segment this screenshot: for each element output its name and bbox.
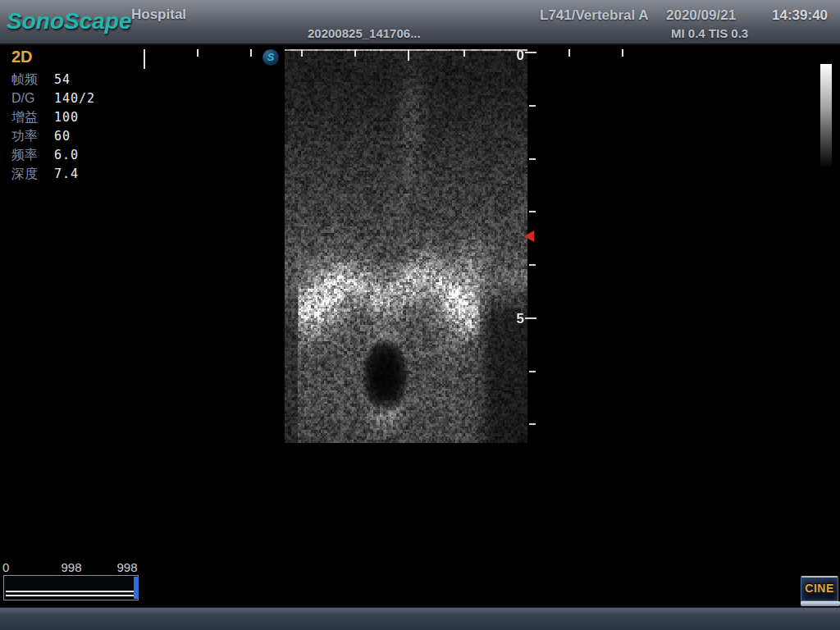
- param-row-frequency: 频率6.0: [11, 145, 95, 164]
- width-ruler-tick: [301, 49, 303, 57]
- cine-button[interactable]: CINE: [801, 576, 840, 606]
- depth-ruler-five-label: 5: [511, 311, 524, 327]
- param-label: D/G: [11, 89, 54, 107]
- width-ruler-tick: [354, 49, 356, 57]
- file-name-label: 20200825_141706...: [308, 26, 421, 40]
- param-row-framerate: 帧频54: [11, 70, 95, 89]
- header-bar: SonoScape Hospital L741/Vertebral A 2020…: [0, 0, 840, 45]
- param-label: 深度: [11, 164, 54, 183]
- brand-logo: SonoScape: [7, 8, 131, 34]
- depth-ruler-tick: [529, 158, 536, 160]
- param-label: 帧频: [11, 70, 54, 89]
- width-ruler-tick: [568, 49, 570, 57]
- cine-track-line: [6, 591, 135, 592]
- focus-marker-icon[interactable]: [524, 231, 534, 242]
- cine-current-frame: 998: [53, 560, 89, 574]
- depth-ruler-tick: [529, 264, 536, 266]
- param-value: 60: [54, 129, 71, 144]
- cine-button-label: CINE: [801, 576, 838, 601]
- width-ruler-tick: [250, 49, 252, 57]
- sonoscape-s-badge-icon: S: [262, 49, 279, 66]
- depth-ruler-tick: [529, 423, 536, 425]
- width-ruler-tick: [408, 49, 409, 61]
- mode-label-2d: 2D: [11, 48, 33, 66]
- taskbar: Ψ ×: [0, 607, 840, 630]
- param-label: 功率: [11, 126, 54, 145]
- ultrasound-image[interactable]: [285, 49, 527, 443]
- time-label: 14:39:40: [772, 7, 828, 24]
- param-row-dg: D/G140/2: [11, 89, 95, 107]
- param-row-depth: 深度7.4: [11, 164, 95, 183]
- cine-button-base: [801, 601, 840, 606]
- depth-ruler-tick: [529, 371, 536, 372]
- cine-total-frames: 998: [109, 560, 145, 574]
- depth-ruler-tick: [529, 211, 536, 212]
- acoustic-output-label: MI 0.4 TIS 0.3: [671, 26, 748, 40]
- depth-ruler-tick: [529, 105, 536, 107]
- depth-ruler-tick: [525, 52, 536, 53]
- param-label: 频率: [11, 145, 54, 164]
- param-value: 100: [54, 110, 79, 125]
- cine-progress-gauge[interactable]: [3, 575, 139, 600]
- param-row-gain: 增益100: [11, 107, 95, 126]
- param-row-power: 功率60: [11, 126, 95, 145]
- probe-exam-label: L741/Vertebral A: [540, 7, 649, 24]
- cine-track-line: [6, 595, 135, 596]
- parameter-panel: 帧频54 D/G140/2 增益100 功率60 频率6.0 深度7.4: [11, 70, 95, 183]
- width-ruler-tick: [144, 49, 145, 69]
- hospital-name: Hospital: [131, 7, 186, 23]
- ultrasound-console-screen: SonoScape Hospital L741/Vertebral A 2020…: [0, 0, 840, 630]
- param-value: 54: [54, 72, 71, 87]
- date-label: 2020/09/21: [666, 7, 736, 24]
- depth-ruler-zero-label: 0: [511, 48, 524, 64]
- param-value: 7.4: [54, 167, 79, 181]
- grayscale-map-bar: [820, 64, 832, 168]
- param-value: 6.0: [54, 148, 79, 162]
- cine-position-handle[interactable]: [134, 577, 139, 599]
- cine-start-frame: 0: [2, 560, 9, 574]
- param-label: 增益: [11, 107, 54, 126]
- depth-ruler-tick: [525, 317, 536, 319]
- width-ruler-tick: [622, 49, 623, 57]
- param-value: 140/2: [54, 91, 95, 106]
- width-ruler-tick: [463, 49, 465, 57]
- width-ruler-tick: [197, 49, 199, 57]
